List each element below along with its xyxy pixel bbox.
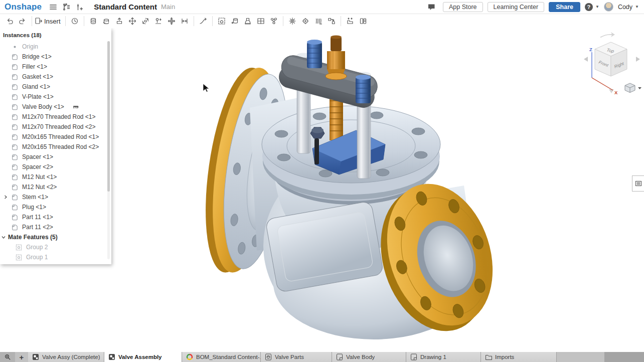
instance-row[interactable]: Stem <1> [0, 192, 111, 202]
part-icon [11, 204, 19, 211]
pin-slot-mate-icon[interactable] [152, 15, 165, 27]
mate-group-row[interactable]: Group 2 [0, 242, 111, 252]
part-icon [11, 93, 19, 101]
learning-center-button[interactable]: Learning Center [488, 2, 545, 12]
instance-row[interactable]: Part 11 <2> [0, 222, 111, 232]
main-menu-icon[interactable] [47, 2, 60, 13]
instance-label: Part 11 <2> [22, 224, 53, 231]
gear-relation-icon[interactable] [286, 15, 299, 27]
document-tab[interactable]: BOM_Standard Content-... [182, 352, 261, 362]
instance-row[interactable]: Part 11 <1> [0, 212, 111, 222]
panel-scrollbar-thumb[interactable] [107, 41, 110, 192]
bom-icon[interactable] [357, 15, 370, 27]
snapshot-icon[interactable] [241, 15, 254, 27]
instance-row[interactable]: Spacer <2> [0, 162, 111, 172]
exploded-view-icon[interactable] [344, 15, 357, 27]
insert-icon[interactable]: Insert [35, 15, 63, 27]
instance-row[interactable]: M12 Nut <2> [0, 182, 111, 192]
mate-icon[interactable] [68, 15, 81, 27]
fastened-mate-icon[interactable] [165, 15, 178, 27]
view-cube[interactable]: Top Front Right Z X [580, 30, 644, 121]
translate-icon[interactable] [126, 15, 139, 27]
instance-label: Plug <1> [22, 204, 46, 211]
instance-row[interactable]: M20x165 Threaded Rod <1> [0, 132, 111, 142]
group-icon[interactable] [215, 15, 228, 27]
svg-text:Z: Z [589, 47, 592, 52]
help-icon[interactable]: ? [585, 3, 593, 11]
path-mate-icon[interactable] [197, 15, 210, 27]
instance-label: Filler <1> [22, 63, 47, 70]
versions-history-icon[interactable] [60, 2, 73, 13]
instance-row[interactable]: Bridge <1> [0, 52, 111, 62]
search-tabs-button[interactable] [0, 352, 15, 362]
chevron-right-icon[interactable] [3, 195, 8, 200]
help-caret-icon[interactable]: ▼ [595, 5, 599, 9]
mate-features-header[interactable]: Mate Features (5) [0, 232, 111, 242]
undo-icon[interactable] [3, 15, 16, 27]
document-tab[interactable]: Drawing 1 [406, 352, 481, 362]
chat-bubble-icon[interactable] [425, 2, 438, 13]
named-positions-icon[interactable] [228, 15, 241, 27]
planar-mate-icon[interactable] [113, 15, 126, 27]
revolute-mate-icon[interactable] [100, 15, 113, 27]
toolbar-separator [32, 16, 32, 26]
document-tab-bar: + Valve Assy (Complete)Valve AssemblyBOM… [0, 352, 644, 362]
instance-row[interactable]: M12x70 Threaded Rod <2> [0, 122, 111, 132]
document-tab[interactable]: Valve Parts [261, 352, 332, 362]
part-icon [11, 163, 19, 171]
toolbar-separator [194, 16, 194, 26]
instance-row[interactable]: Filler <1> [0, 62, 111, 72]
tangent-mate-icon[interactable] [178, 15, 191, 27]
valve-assembly-model[interactable] [191, 30, 502, 352]
instance-row[interactable]: M12x70 Threaded Rod <1> [0, 112, 111, 122]
instance-row[interactable]: M12 Nut <1> [0, 172, 111, 182]
instance-row[interactable]: Origin [0, 42, 111, 52]
instances-header: Instances (18) [0, 30, 111, 42]
instance-row[interactable]: Gasket <1> [0, 72, 111, 82]
replicate-icon[interactable] [267, 15, 280, 27]
instances-panel: Instances (18) OriginBridge <1>Filler <1… [0, 28, 111, 264]
part-icon [11, 123, 19, 131]
instance-row[interactable]: Gland <1> [0, 82, 111, 92]
tab-label: Imports [495, 354, 514, 360]
x-axis [592, 78, 613, 90]
part-icon [11, 133, 19, 141]
chevron-down-icon [1, 235, 6, 240]
share-button[interactable]: Share [549, 2, 580, 12]
document-tab[interactable]: Valve Body [332, 352, 406, 362]
user-avatar[interactable] [604, 2, 613, 12]
part-icon [11, 214, 19, 221]
app-store-button[interactable]: App Store [443, 2, 483, 12]
bom-tab-icon [186, 353, 193, 360]
cylindrical-mate-icon[interactable] [87, 15, 100, 27]
part-icon [11, 224, 19, 231]
instance-label: Valve Body <1> [22, 103, 64, 110]
screw-relation-icon[interactable] [312, 15, 325, 27]
folder-tab-icon [485, 353, 492, 360]
document-tab[interactable]: Valve Assembly [104, 352, 182, 362]
instance-row[interactable]: Spacer <1> [0, 152, 111, 162]
linear-pattern-icon[interactable] [325, 15, 338, 27]
instance-row[interactable]: V-Plate <1> [0, 92, 111, 102]
add-tab-button[interactable]: + [15, 352, 28, 362]
document-tab[interactable]: Valve Assy (Complete) [28, 352, 104, 362]
instance-row[interactable]: Valve Body <1> [0, 102, 111, 112]
rack-pinion-icon[interactable] [299, 15, 312, 27]
user-caret-icon[interactable]: ▼ [635, 5, 639, 9]
document-tab[interactable]: Imports [481, 352, 557, 362]
tab-label: Valve Assy (Complete) [42, 354, 100, 360]
redo-icon[interactable] [16, 15, 29, 27]
part-studio-tab-icon [265, 353, 272, 360]
user-menu[interactable]: Cody [618, 4, 632, 11]
mate-group-label: Group 2 [26, 244, 48, 251]
instance-row[interactable]: Plug <1> [0, 202, 111, 212]
part-icon [11, 53, 19, 61]
mate-group-row[interactable]: Group 1 [0, 252, 111, 262]
pattern-icon[interactable] [254, 15, 267, 27]
ball-mate-icon[interactable] [139, 15, 152, 27]
toolbar-separator [65, 16, 66, 26]
panel-flyout-button[interactable] [632, 175, 644, 192]
tab-label: Valve Body [346, 354, 375, 360]
instance-row[interactable]: M20x165 Threaded Rod <2> [0, 142, 111, 152]
insert-element-icon[interactable] [73, 2, 86, 13]
